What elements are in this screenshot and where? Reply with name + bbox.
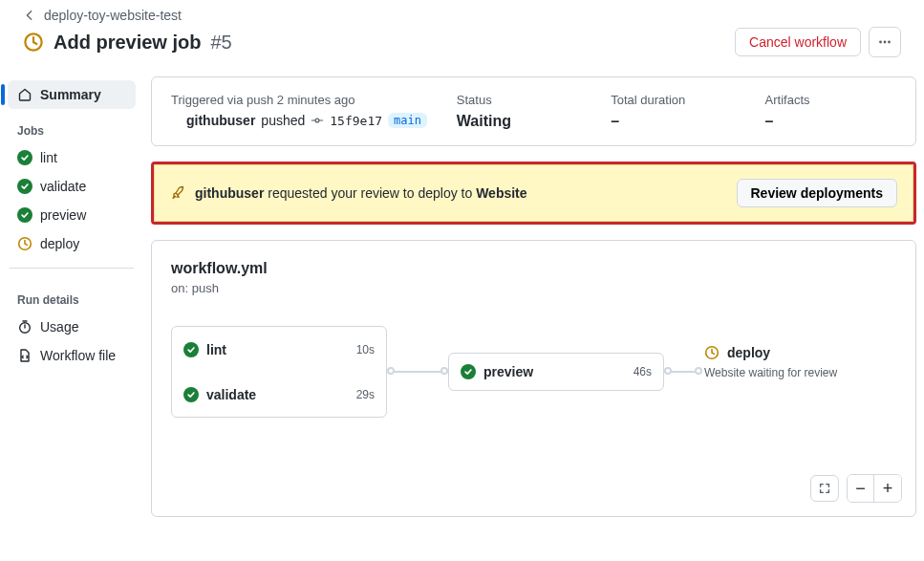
status-value: Waiting <box>457 113 588 130</box>
workflow-on-line: on: push <box>171 281 896 295</box>
branch-pill[interactable]: main <box>388 113 427 128</box>
job-node-deploy[interactable]: deploy Website waiting for review <box>704 345 920 379</box>
workflow-graph-card: workflow.yml on: push lint 1 <box>151 240 916 517</box>
job-duration: 46s <box>634 365 652 378</box>
svg-point-3 <box>888 41 891 44</box>
job-duration: 10s <box>356 343 375 356</box>
job-duration: 29s <box>356 388 375 401</box>
svg-point-2 <box>884 41 887 44</box>
sidebar-summary-label: Summary <box>40 87 101 102</box>
job-label: lint <box>40 150 57 165</box>
clock-icon <box>704 345 720 360</box>
arrow-left-icon <box>23 9 36 22</box>
artifacts-label: Artifacts <box>765 93 896 107</box>
more-actions-button[interactable] <box>869 27 901 57</box>
stopwatch-icon <box>17 319 32 334</box>
fullscreen-icon <box>818 482 831 495</box>
plus-icon: + <box>883 479 893 499</box>
workflow-file-label: Workflow file <box>40 348 116 363</box>
job-label: lint <box>206 342 226 357</box>
sidebar-divider <box>10 268 134 269</box>
zoom-control: − + <box>847 474 902 503</box>
job-label: deploy <box>727 345 770 360</box>
fullscreen-button[interactable] <box>810 475 839 502</box>
job-label: validate <box>206 387 256 402</box>
graph-node-dot <box>695 367 702 375</box>
job-label: deploy <box>40 236 79 251</box>
review-deployments-button[interactable]: Review deployments <box>737 179 898 207</box>
trigger-label: Triggered via push 2 minutes ago <box>171 93 434 107</box>
check-circle-icon <box>17 207 32 223</box>
trigger-verb: pushed <box>261 113 305 128</box>
graph-connector <box>387 371 448 373</box>
home-icon <box>17 87 32 102</box>
rocket-icon <box>170 185 185 201</box>
duration-value: – <box>611 113 741 130</box>
review-banner: githubuser requested your review to depl… <box>154 164 913 222</box>
job-label: preview <box>483 364 533 379</box>
clock-icon <box>23 32 44 53</box>
kebab-icon <box>877 34 892 50</box>
graph-node-dot <box>664 367 672 375</box>
check-circle-icon <box>183 342 199 357</box>
sidebar-workflow-file[interactable]: Workflow file <box>8 341 136 370</box>
summary-card: Triggered via push 2 minutes ago githubu… <box>151 76 916 146</box>
review-banner-highlight: githubuser requested your review to depl… <box>151 162 916 225</box>
job-group-box: lint 10s validate 29s <box>171 326 387 418</box>
duration-label: Total duration <box>611 93 741 107</box>
sidebar-jobs-header: Jobs <box>8 109 136 143</box>
commit-icon <box>311 114 324 127</box>
sidebar-job-validate[interactable]: validate <box>8 172 136 201</box>
job-label: validate <box>40 179 86 194</box>
zoom-in-button[interactable]: + <box>874 475 901 502</box>
commit-sha[interactable]: 15f9e17 <box>330 114 382 128</box>
cancel-workflow-button[interactable]: Cancel workflow <box>735 28 861 56</box>
run-number: #5 <box>210 32 231 54</box>
sidebar-job-lint[interactable]: lint <box>8 143 136 172</box>
job-node-lint[interactable]: lint 10s <box>172 327 386 372</box>
workflow-file-name: workflow.yml <box>171 260 896 277</box>
minus-icon: − <box>855 479 866 499</box>
sidebar-run-details-header: Run details <box>8 278 136 313</box>
sidebar-job-deploy[interactable]: deploy <box>8 229 136 258</box>
trigger-username[interactable]: githubuser <box>186 113 255 128</box>
job-subtext: Website waiting for review <box>704 366 920 379</box>
artifacts-value: – <box>765 113 896 130</box>
clock-icon <box>17 236 32 251</box>
graph-node-dot <box>387 367 395 375</box>
back-label: deploy-toy-website-test <box>44 8 182 23</box>
workflow-graph[interactable]: lint 10s validate 29s <box>171 326 896 441</box>
status-label: Status <box>457 93 588 107</box>
review-environment: Website <box>476 185 526 201</box>
graph-node-dot <box>441 367 448 375</box>
job-node-preview[interactable]: preview 46s <box>448 353 664 391</box>
review-username[interactable]: githubuser <box>195 185 264 201</box>
zoom-out-button[interactable]: − <box>848 475 874 502</box>
sidebar-job-preview[interactable]: preview <box>8 201 136 229</box>
usage-label: Usage <box>40 319 78 334</box>
sidebar-usage[interactable]: Usage <box>8 313 136 341</box>
svg-point-1 <box>879 41 882 44</box>
svg-point-6 <box>315 119 319 122</box>
job-node-validate[interactable]: validate 29s <box>172 372 386 417</box>
file-icon <box>17 348 32 363</box>
back-link[interactable]: deploy-toy-website-test <box>23 8 901 23</box>
check-circle-icon <box>461 364 476 379</box>
check-circle-icon <box>183 387 199 402</box>
review-middle-text: requested your review to deploy to <box>268 185 472 201</box>
page-title: Add preview job #5 <box>23 32 232 54</box>
sidebar-summary[interactable]: Summary <box>8 80 136 109</box>
job-label: preview <box>40 207 86 223</box>
check-circle-icon <box>17 179 32 194</box>
check-circle-icon <box>17 150 32 165</box>
